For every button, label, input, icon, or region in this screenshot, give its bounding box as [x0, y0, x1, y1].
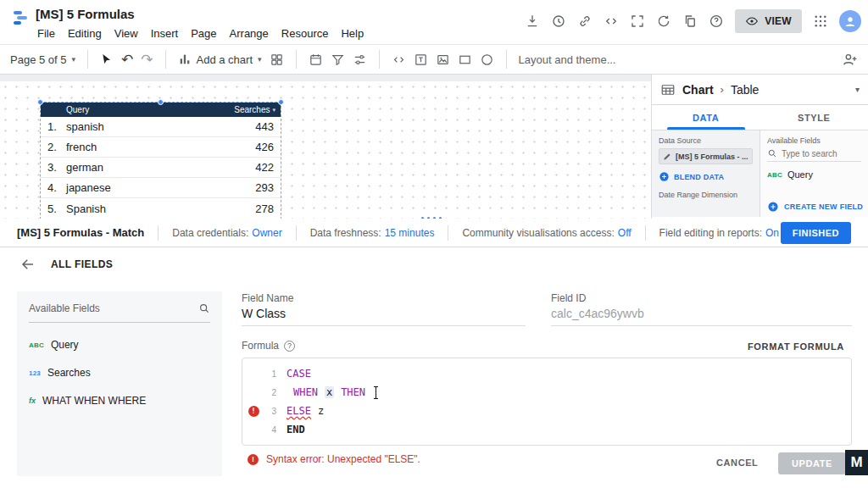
help-icon[interactable]: [709, 14, 724, 29]
select-cursor-icon[interactable]: [100, 53, 114, 66]
table-chart[interactable]: Query Searches ▾ 1. spanish 443 2. frenc…: [40, 102, 281, 219]
formula-code-editor[interactable]: 1 CASE 2 WHEN x THEN ! 3 ELSE z 4 END: [242, 358, 852, 446]
rectangle-shape-icon[interactable]: [458, 53, 472, 67]
freshness-value[interactable]: 15 minutes: [385, 227, 435, 239]
report-page[interactable]: Query Searches ▾ 1. spanish 443 2. frenc…: [0, 81, 651, 219]
field-id-underline: [551, 325, 852, 326]
code-line-3: ! 3 ELSE z: [242, 402, 851, 420]
statusbar-divider: [448, 225, 448, 241]
back-arrow-icon[interactable]: [20, 257, 36, 272]
selection-handle[interactable]: [37, 99, 43, 105]
field-item-query[interactable]: ABC Query: [29, 339, 210, 351]
line-number: 4: [264, 425, 276, 435]
header-actions: VIEW: [525, 8, 861, 35]
page-indicator: Page 5 of 5: [10, 53, 67, 66]
formula-help-icon[interactable]: ?: [284, 341, 295, 352]
cell-query: german: [66, 161, 204, 174]
history-icon[interactable]: [551, 14, 566, 29]
menu-editing[interactable]: Editing: [68, 27, 102, 40]
finished-button[interactable]: FINISHED: [781, 222, 851, 244]
create-new-field-button[interactable]: CREATE NEW FIELD: [767, 201, 863, 213]
embed-code-icon[interactable]: [604, 14, 619, 29]
cell-query: french: [66, 141, 204, 153]
community-access-value[interactable]: Off: [618, 227, 632, 239]
undo-icon[interactable]: ↶: [121, 51, 133, 69]
data-source-column: Data Source [MS] 5 Formulas - ... BLEND …: [652, 130, 760, 217]
menu-resource[interactable]: Resource: [281, 27, 329, 40]
code-line-2: 2 WHEN x THEN: [242, 383, 851, 402]
chevron-down-icon[interactable]: ▾: [855, 85, 860, 94]
avatar[interactable]: [839, 10, 861, 32]
formula-label-row: Formula ?: [242, 340, 295, 352]
code-var-z: z: [318, 405, 324, 417]
view-button[interactable]: VIEW: [735, 9, 802, 33]
community-visualizations-icon[interactable]: [270, 53, 284, 67]
refresh-icon[interactable]: [656, 14, 671, 29]
add-person-icon[interactable]: [842, 52, 858, 68]
text-cursor: [376, 387, 376, 398]
field-search[interactable]: [767, 148, 861, 162]
chevron-down-icon: ▾: [72, 55, 76, 64]
field-editing-value[interactable]: On: [765, 227, 779, 239]
redo-icon[interactable]: ↷: [141, 51, 153, 69]
chart-type-header[interactable]: Chart › Table ▾: [652, 75, 868, 105]
menu-help[interactable]: Help: [341, 27, 364, 40]
data-source-title: [MS] 5 Formulas - Match: [17, 226, 144, 239]
blend-data-button[interactable]: BLEND DATA: [659, 171, 753, 182]
looker-studio-logo[interactable]: [11, 8, 31, 28]
properties-panel: Chart › Table ▾ DATA STYLE Data Source […: [651, 75, 868, 219]
cancel-button[interactable]: CANCEL: [716, 458, 758, 468]
keyword-then: THEN: [341, 386, 365, 398]
field-item-what-when-where[interactable]: fx WHAT WHEN WHERE: [29, 395, 210, 407]
format-formula-button[interactable]: FORMAT FORMULA: [748, 341, 844, 352]
toolbar-divider: [165, 50, 166, 69]
table-col-query: Query: [66, 105, 89, 114]
field-item-searches[interactable]: 123 Searches: [29, 367, 210, 379]
layout-theme-button[interactable]: Layout and theme...: [519, 53, 616, 66]
menu-file[interactable]: File: [37, 27, 55, 40]
image-icon[interactable]: [436, 53, 450, 67]
selection-handle[interactable]: [158, 99, 164, 105]
cell-searches: 426: [204, 141, 281, 153]
row-number: 4.: [41, 181, 66, 194]
menu-page[interactable]: Page: [191, 27, 216, 40]
statusbar-divider: [645, 225, 646, 241]
date-range-control-icon[interactable]: [309, 53, 323, 67]
update-button[interactable]: UPDATE: [778, 452, 846, 474]
download-icon[interactable]: [525, 14, 540, 29]
tab-style[interactable]: STYLE: [760, 105, 868, 130]
field-name-input[interactable]: W Class: [242, 307, 286, 320]
menu-insert[interactable]: Insert: [151, 27, 179, 40]
menubar: File Editing View Insert Page Arrange Re…: [37, 27, 364, 40]
cell-query: japanese: [66, 181, 204, 194]
apps-grid-icon[interactable]: [813, 14, 828, 29]
document-title[interactable]: [MS] 5 Formulas: [36, 7, 135, 21]
field-item-label: WHAT WHEN WHERE: [42, 395, 146, 407]
circle-shape-icon[interactable]: [480, 53, 494, 67]
menu-view[interactable]: View: [114, 27, 138, 40]
table-col-searches: Searches: [234, 105, 270, 114]
all-fields-label[interactable]: ALL FIELDS: [51, 258, 113, 270]
credentials-value[interactable]: Owner: [252, 227, 281, 239]
add-chart-button[interactable]: Add a chart ▾: [178, 53, 262, 66]
search-icon[interactable]: [198, 302, 210, 314]
data-control-icon[interactable]: [353, 53, 367, 67]
data-source-chip[interactable]: [MS] 5 Formulas - ...: [659, 148, 753, 164]
copy-icon[interactable]: [682, 14, 698, 29]
selection-handle[interactable]: [278, 99, 284, 105]
table-row: 4. japanese 293: [41, 178, 281, 198]
row-number: 2.: [41, 141, 66, 153]
code-line-4: 4 END: [242, 420, 851, 439]
line-number: 2: [264, 388, 276, 397]
fullscreen-icon[interactable]: [630, 14, 645, 29]
field-search-input[interactable]: [782, 149, 854, 158]
menu-arrange[interactable]: Arrange: [230, 27, 269, 40]
page-selector[interactable]: Page 5 of 5 ▾: [10, 53, 75, 66]
text-box-icon[interactable]: [414, 53, 428, 67]
url-embed-icon[interactable]: [392, 53, 406, 67]
filter-control-icon[interactable]: [331, 53, 345, 67]
report-canvas[interactable]: Query Searches ▾ 1. spanish 443 2. frenc…: [0, 75, 651, 219]
field-chip-query[interactable]: ABC Query: [767, 169, 861, 180]
link-icon[interactable]: [577, 14, 593, 29]
tab-data[interactable]: DATA: [652, 105, 760, 130]
